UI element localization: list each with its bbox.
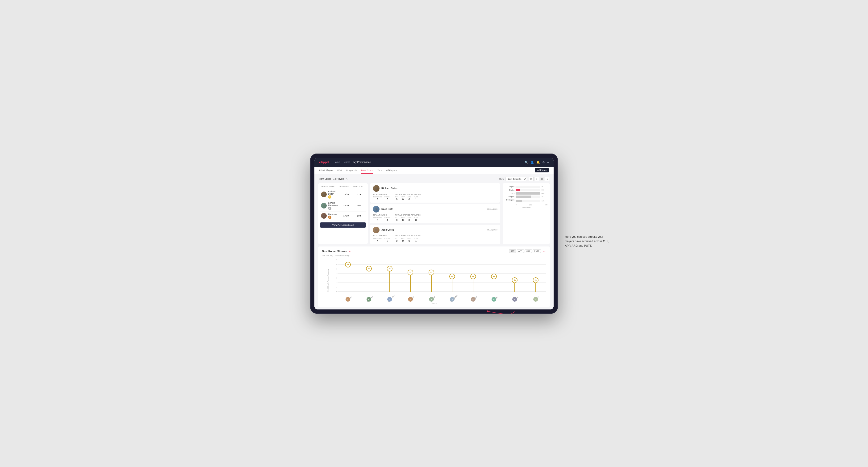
streak-bar	[348, 265, 348, 292]
card-view-button[interactable]: ▤	[540, 177, 545, 181]
streak-col: 6x	[390, 269, 390, 292]
team-header: Team Clippd | 14 Players ✎ Show Last 3 m…	[318, 177, 550, 181]
streak-avatar: R	[429, 297, 434, 302]
filter-arg-button[interactable]: ARG	[525, 249, 532, 253]
bar-row-eagles: Eagles 3	[505, 186, 548, 188]
subnav-pgat[interactable]: PGAT Players	[319, 167, 333, 174]
streak-bubble: 4x	[491, 274, 497, 279]
pb-avg: 103	[353, 215, 365, 217]
streak-col: 3x	[515, 281, 515, 292]
bar-value-pars: 499	[541, 192, 548, 194]
streaks-filters: OTT APP ARG PUTT	[509, 249, 541, 253]
player-name: Edward Crossman	[328, 201, 339, 206]
player-name: Cameron...	[328, 213, 339, 215]
grid-view-button[interactable]: ⊞	[529, 177, 533, 181]
streak-avatar: D	[387, 297, 392, 302]
arrow-right-icon: ←	[543, 249, 546, 253]
bar-value-bogeys: 311	[541, 195, 548, 198]
filter-app-button[interactable]: APP	[517, 249, 524, 253]
subnav-team-clippd[interactable]: Team Clippd	[361, 167, 373, 174]
bar-value-dbogeys: 131	[541, 200, 548, 202]
avatar-icon[interactable]: ●	[547, 161, 549, 164]
leaderboard-panel: PLAYER NAME PB SCORE PB AVG SQ RB Richar…	[318, 183, 368, 244]
filter-ott-button[interactable]: OTT	[509, 249, 516, 253]
streak-bars: 7x6x6x5x5x4x4x4x3x3x	[338, 259, 546, 292]
streak-bar	[369, 269, 369, 292]
bar-fill	[516, 192, 540, 195]
player-card: RB Richard Butler Total Rounds Tournamen…	[370, 183, 500, 203]
subnav-tour[interactable]: Tour	[378, 167, 382, 174]
streak-bubble: 5x	[429, 270, 434, 275]
streak-bubble: 7x	[345, 262, 351, 268]
bar-label-pars: Pars	[505, 192, 515, 194]
players-label: Players	[322, 302, 546, 304]
streak-col: 5x	[431, 273, 432, 292]
player-card-date: 02 Sep 2023	[487, 208, 497, 210]
streak-bar	[410, 273, 411, 292]
team-name: Team Clippd | 14 Players	[318, 178, 344, 180]
bar-row-birdies: Birdies 96	[505, 189, 548, 191]
avatar: CM	[321, 213, 327, 219]
streak-bubble: 4x	[450, 274, 455, 279]
filter-putt-button[interactable]: PUTT	[533, 249, 541, 253]
y-axis-title: Best Streak, Fairway Accuracy	[327, 269, 329, 291]
list-view-button[interactable]: ≡	[534, 177, 539, 181]
nav-home[interactable]: Home	[334, 160, 340, 164]
streak-bubble: 3x	[512, 277, 518, 283]
streak-bubble: 6x	[387, 266, 393, 272]
bell-icon[interactable]: 🔔	[536, 161, 540, 164]
edit-icon[interactable]: ✎	[346, 178, 348, 180]
streak-avatar: R	[512, 297, 517, 302]
subnav-all-players[interactable]: All Players	[386, 167, 397, 174]
avatar: RB	[373, 206, 379, 213]
export-button[interactable]: ↓	[545, 177, 550, 181]
view-icons: ⊞ ≡ ▤ ↓	[529, 177, 550, 181]
streak-bar	[431, 273, 432, 292]
settings-icon[interactable]: ⚙	[542, 161, 545, 164]
tablet-frame: clippd Home Teams My Performance 🔍 👤 🔔 ⚙…	[310, 154, 558, 314]
streaks-subtitle: Off The Tee, Fairway Accuracy	[322, 254, 546, 257]
table-row: EC Edward Crossman 2 18/20 107	[320, 200, 366, 212]
player-card-header: RB Rees Britt 02 Sep 2023	[373, 206, 497, 213]
bar-value-birdies: 96	[541, 189, 548, 191]
streak-chart-area: 7 6 5	[334, 259, 546, 302]
bar-fill	[516, 200, 522, 202]
avatar: EC	[321, 203, 327, 209]
view-leaderboard-button[interactable]: View Full Leaderboard	[320, 222, 366, 228]
bar-container	[516, 186, 540, 188]
bar-container	[516, 195, 540, 198]
bar-chart-panel: Eagles 3 Birdies	[503, 183, 550, 244]
bar-value-eagles: 3	[541, 186, 548, 188]
pb-avg: 107	[353, 205, 365, 207]
streak-bar	[390, 269, 390, 292]
player-card-name: Richard Butler	[381, 187, 398, 190]
app-logo: clippd	[319, 160, 329, 164]
search-icon[interactable]: 🔍	[525, 161, 528, 164]
rank-badge: 2	[328, 207, 331, 210]
player-name: Richard Butler	[328, 190, 339, 195]
tablet-screen: clippd Home Teams My Performance 🔍 👤 🔔 ⚙…	[314, 158, 554, 309]
show-period-select[interactable]: Last 3 months	[505, 177, 527, 181]
streak-chart-container: Best Streak, Fairway Accuracy 7	[322, 259, 546, 302]
tournament-label: Tournament	[373, 196, 382, 198]
player-card-name: Rees Britt	[381, 208, 393, 210]
user-icon[interactable]: 👤	[530, 161, 534, 164]
avatar: JC	[373, 227, 379, 233]
nav-my-performance[interactable]: My Performance	[353, 160, 371, 164]
streak-col: 4x	[473, 277, 473, 292]
subnav-pga[interactable]: PGA	[337, 167, 342, 174]
main-content: Team Clippd | 14 Players ✎ Show Last 3 m…	[314, 174, 554, 309]
player-card-stats: Total Rounds Tournament 7 Practice	[373, 235, 497, 242]
avatar: RB	[321, 191, 327, 197]
rank-badge: 3	[328, 216, 331, 219]
streak-avatar: J	[408, 297, 413, 302]
player-card-date: 26 Aug 2023	[487, 229, 497, 231]
add-team-button[interactable]: Add Team	[535, 168, 549, 173]
bar-container	[516, 189, 540, 191]
streak-avatar: B	[367, 297, 371, 302]
tournament-val: 7	[376, 198, 378, 201]
chart-x-axis: 0 200 400	[505, 204, 548, 206]
nav-teams[interactable]: Teams	[343, 160, 350, 164]
subnav-hcaps[interactable]: Hcaps 1-5	[346, 167, 356, 174]
lb-col-pb-score: PB SCORE	[339, 185, 353, 187]
